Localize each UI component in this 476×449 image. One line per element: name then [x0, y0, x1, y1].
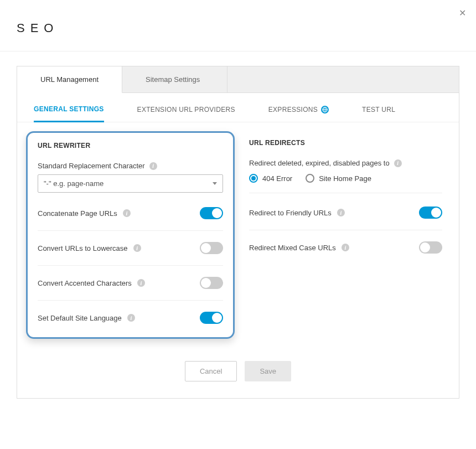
info-icon[interactable]: i: [123, 209, 131, 217]
redirect-deleted-label: Redirect deleted, expired, disabled page…: [249, 159, 442, 167]
radio-label: 404 Error: [262, 174, 292, 183]
page-title: SEO: [17, 21, 459, 35]
setting-label: Redirect to Friendly URLs: [249, 209, 332, 217]
tab-label: Sitemap Settings: [146, 75, 200, 84]
radio-404-error[interactable]: 404 Error: [249, 174, 292, 183]
tab-url-management[interactable]: URL Management: [17, 66, 122, 93]
toggle-accented[interactable]: [200, 277, 223, 289]
setting-friendly-urls: Redirect to Friendly URLs i: [249, 195, 442, 230]
label-text: Redirect deleted, expired, disabled page…: [249, 159, 390, 167]
toggle-concatenate[interactable]: [200, 207, 223, 219]
info-icon[interactable]: i: [149, 162, 157, 170]
setting-accented: Convert Accented Characters i: [38, 266, 223, 301]
button-label: Cancel: [200, 367, 222, 375]
toggle-mixed-case[interactable]: [419, 241, 442, 254]
globe-icon: [321, 106, 329, 113]
subtab-label: EXPRESSIONS: [268, 106, 318, 113]
subtab-test-url[interactable]: TEST URL: [362, 105, 395, 122]
subtab-expressions[interactable]: EXPRESSIONS: [268, 105, 329, 122]
subtab-label: GENERAL SETTINGS: [34, 105, 104, 113]
setting-label: Convert URLs to Lowercase: [38, 244, 128, 252]
radio-label: Site Home Page: [319, 174, 371, 183]
tab-label: URL Management: [40, 75, 99, 84]
primary-tabs: URL Management Sitemap Settings: [17, 66, 459, 93]
info-icon[interactable]: i: [337, 209, 345, 216]
setting-concatenate: Concatenate Page URLs i: [38, 204, 223, 231]
setting-lowercase: Convert URLs to Lowercase i: [38, 231, 223, 266]
button-label: Save: [260, 367, 276, 375]
label-text: Standard Replacement Character: [38, 162, 145, 170]
radio-icon: [306, 174, 314, 183]
toggle-lowercase[interactable]: [200, 242, 223, 254]
select-value: "-" e.g. page-name: [44, 179, 104, 188]
subtab-label: EXTENSION URL PROVIDERS: [137, 106, 235, 113]
section-title: URL REWRITER: [38, 142, 223, 149]
button-row: Cancel Save: [17, 350, 459, 398]
replacement-char-select[interactable]: "-" e.g. page-name: [38, 174, 223, 193]
header: SEO: [0, 0, 476, 51]
cancel-button[interactable]: Cancel: [185, 361, 237, 381]
url-rewriter-section: URL REWRITER Standard Replacement Charac…: [26, 131, 235, 339]
setting-label: Set Default Site Language: [38, 314, 122, 322]
info-icon[interactable]: i: [137, 279, 145, 287]
setting-mixed-case: Redirect Mixed Case URLs i: [249, 230, 442, 265]
settings-panel: URL Management Sitemap Settings GENERAL …: [17, 66, 459, 399]
info-icon[interactable]: i: [394, 159, 402, 167]
replacement-char-label: Standard Replacement Character i: [38, 162, 223, 170]
subtab-general-settings[interactable]: GENERAL SETTINGS: [34, 105, 104, 122]
setting-label: Convert Accented Characters: [38, 279, 132, 287]
url-redirects-section: URL REDIRECTS Redirect deleted, expired,…: [249, 139, 442, 339]
setting-label: Redirect Mixed Case URLs: [249, 244, 336, 252]
radio-icon: [249, 174, 258, 183]
subtab-extension-url-providers[interactable]: EXTENSION URL PROVIDERS: [137, 105, 235, 122]
radio-site-home-page[interactable]: Site Home Page: [306, 174, 371, 183]
info-icon[interactable]: i: [342, 244, 349, 251]
close-icon[interactable]: ✕: [459, 8, 466, 18]
setting-label: Concatenate Page URLs: [38, 209, 117, 218]
info-icon[interactable]: i: [133, 244, 141, 252]
toggle-friendly-urls[interactable]: [419, 207, 442, 219]
chevron-down-icon: [213, 182, 217, 185]
save-button[interactable]: Save: [245, 361, 291, 381]
secondary-tabs: GENERAL SETTINGS EXTENSION URL PROVIDERS…: [17, 93, 459, 122]
tab-sitemap-settings[interactable]: Sitemap Settings: [122, 66, 227, 92]
setting-default-language: Set Default Site Language i: [38, 301, 223, 335]
section-title: URL REDIRECTS: [249, 139, 442, 147]
info-icon[interactable]: i: [127, 314, 135, 322]
toggle-default-language[interactable]: [200, 312, 223, 324]
subtab-label: TEST URL: [362, 106, 395, 113]
redirect-options: 404 Error Site Home Page: [249, 172, 442, 193]
